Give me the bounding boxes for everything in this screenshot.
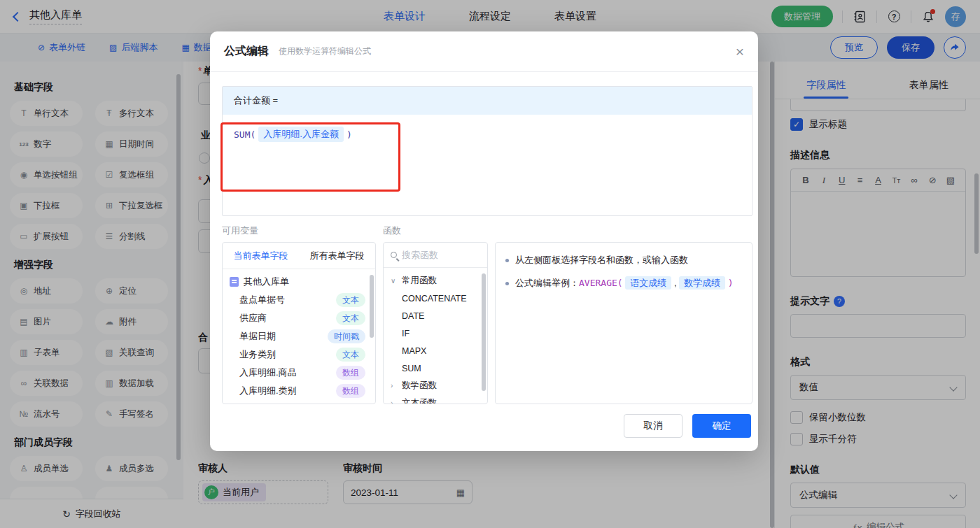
function-item[interactable]: IF bbox=[384, 324, 487, 342]
function-item[interactable]: DATE bbox=[384, 307, 487, 324]
variable-item[interactable]: 入库明细.类别数组 bbox=[223, 382, 375, 400]
variable-item[interactable]: 供应商文本 bbox=[223, 309, 375, 327]
example-function: AVERAGE( bbox=[579, 278, 623, 288]
form-doc-icon bbox=[230, 277, 239, 287]
function-group-math[interactable]: ›数学函数 bbox=[384, 377, 487, 394]
variables-panel: 当前表单字段 所有表单字段 其他入库单 盘点单据号文本 供应商文本 单据日期时间… bbox=[222, 242, 376, 404]
chevron-collapsed-icon: › bbox=[391, 382, 398, 390]
variables-section-label: 可用变量 bbox=[222, 224, 383, 237]
formula-editor[interactable]: 合计金额 = SUM( 入库明细.入库金额 ) bbox=[222, 86, 752, 216]
type-badge: 数组 bbox=[336, 384, 365, 398]
formula-edit-modal: 公式编辑 使用数学运算符编辑公式 × 合计金额 = SUM( 入库明细.入库金额… bbox=[210, 31, 758, 451]
type-badge: 时间戳 bbox=[328, 329, 365, 343]
type-badge: 文本 bbox=[336, 311, 365, 325]
search-icon bbox=[391, 252, 397, 258]
function-group-common[interactable]: ∨常用函数 bbox=[384, 272, 487, 290]
formula-function: SUM( bbox=[234, 129, 255, 140]
variable-item[interactable]: 业务类别文本 bbox=[223, 345, 375, 364]
bullet-icon bbox=[505, 282, 509, 285]
root-label: 其他入库单 bbox=[244, 276, 289, 288]
example-field-chip: 语文成绩 bbox=[625, 276, 671, 290]
variable-tree-root[interactable]: 其他入库单 bbox=[223, 273, 375, 291]
functions-panel: ∨常用函数 CONCATENATE DATE IF MAPX SUM ›数学函数… bbox=[383, 242, 488, 404]
function-item[interactable]: CONCATENATE bbox=[384, 290, 487, 307]
help-panel: 从左侧面板选择字段名和函数，或输入函数 公式编辑举例：AVERAGE( 语文成绩… bbox=[495, 242, 752, 404]
function-item[interactable]: SUM bbox=[384, 359, 487, 377]
function-search[interactable] bbox=[384, 243, 487, 268]
type-badge: 文本 bbox=[336, 293, 365, 307]
formula-expression[interactable]: SUM( 入库明细.入库金额 ) bbox=[223, 115, 752, 154]
function-item[interactable]: MAPX bbox=[384, 342, 487, 359]
cancel-button[interactable]: 取消 bbox=[624, 414, 682, 438]
tab-current-form-fields[interactable]: 当前表单字段 bbox=[223, 243, 299, 269]
function-group-text[interactable]: ›文本函数 bbox=[384, 394, 487, 404]
type-badge: 数组 bbox=[336, 366, 365, 380]
variable-item[interactable]: 入库明细.商品数组 bbox=[223, 364, 375, 382]
bullet-icon bbox=[505, 259, 509, 262]
formula-field-chip[interactable]: 入库明细.入库金额 bbox=[258, 127, 344, 142]
close-icon[interactable]: × bbox=[736, 44, 744, 59]
formula-target: 合计金额 = bbox=[223, 87, 752, 115]
chevron-collapsed-icon: › bbox=[391, 399, 398, 404]
help-tip-2: 公式编辑举例：AVERAGE( 语文成绩 , 数学成绩 ) bbox=[505, 276, 742, 290]
function-search-input[interactable] bbox=[402, 250, 472, 260]
type-badge: 文本 bbox=[336, 348, 365, 362]
help-tip-1: 从左侧面板选择字段名和函数，或输入函数 bbox=[505, 253, 742, 267]
variable-item[interactable]: 盘点单据号文本 bbox=[223, 291, 375, 309]
functions-scrollbar[interactable] bbox=[482, 273, 486, 391]
example-field-chip: 数学成绩 bbox=[679, 276, 725, 290]
confirm-button[interactable]: 确定 bbox=[692, 414, 751, 438]
modal-subtitle: 使用数学运算符编辑公式 bbox=[279, 45, 371, 57]
functions-section-label: 函数 bbox=[383, 224, 401, 237]
modal-title: 公式编辑 bbox=[224, 44, 269, 59]
example-close-paren: ) bbox=[728, 278, 734, 288]
tab-all-form-fields[interactable]: 所有表单字段 bbox=[299, 243, 375, 269]
formula-close-paren: ) bbox=[346, 129, 352, 140]
variable-item[interactable]: 单据日期时间戳 bbox=[223, 327, 375, 345]
chevron-expanded-icon: ∨ bbox=[391, 277, 398, 285]
variables-scrollbar[interactable] bbox=[370, 275, 374, 338]
